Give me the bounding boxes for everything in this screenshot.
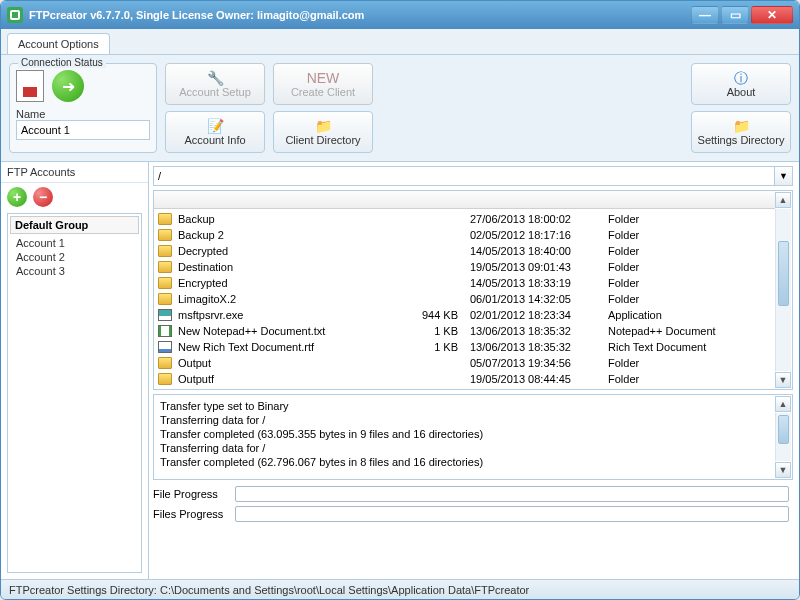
tree-group[interactable]: Default Group [10,216,139,234]
file-date: 13/06/2013 18:35:32 [470,341,602,353]
connect-button[interactable]: ➜ [52,70,84,102]
file-type: Folder [608,213,774,225]
file-name: Encrypted [178,277,408,289]
close-button[interactable]: ✕ [751,6,793,24]
folder-icon [158,213,172,225]
file-type: Folder [608,261,774,273]
file-name: Backup [178,213,408,225]
file-row[interactable]: Outputt21/03/2013 14:27:10Folder [158,387,774,390]
add-account-button[interactable]: + [7,187,27,207]
file-row[interactable]: Destination19/05/2013 09:01:43Folder [158,259,774,275]
path-dropdown-button[interactable]: ▼ [775,166,793,186]
file-name: Outputf [178,373,408,385]
tab-account-options[interactable]: Account Options [7,33,110,54]
scroll-up-icon[interactable]: ▲ [775,192,791,208]
statusbar: FTPcreator Settings Directory: C:\Docume… [1,579,799,599]
folder-icon [158,293,172,305]
transfer-log[interactable]: ▲ ▼ Transfer type set to BinaryTransferr… [153,394,793,480]
scroll-down-icon[interactable]: ▼ [775,462,791,478]
file-type: Folder [608,245,774,257]
info-icon: ⓘ [734,71,748,85]
file-date: 02/05/2012 18:17:16 [470,229,602,241]
file-type: Folder [608,389,774,390]
file-name: Decrypted [178,245,408,257]
file-date: 14/05/2013 18:33:19 [470,277,602,289]
file-row[interactable]: Backup 202/05/2012 18:17:16Folder [158,227,774,243]
file-date: 13/06/2013 18:35:32 [470,325,602,337]
folder-icon [158,229,172,241]
file-row[interactable]: msftpsrvr.exe944 KB02/01/2012 18:23:34Ap… [158,307,774,323]
account-info-button[interactable]: 📝 Account Info [165,111,265,153]
right-pane: ▼ ▲ ▼ Backup27/06/2013 18:00:02FolderBac… [149,162,799,579]
file-date: 27/06/2013 18:00:02 [470,213,602,225]
account-tree[interactable]: Default Group Account 1Account 2Account … [7,213,142,573]
window-title: FTPcreator v6.7.7.0, Single License Owne… [29,9,364,21]
about-button[interactable]: ⓘ About [691,63,791,105]
file-date: 14/05/2013 18:40:00 [470,245,602,257]
file-row[interactable]: New Notepad++ Document.txt1 KB13/06/2013… [158,323,774,339]
statusbar-text: FTPcreator Settings Directory: C:\Docume… [9,584,529,596]
server-icon [16,70,44,102]
titlebar[interactable]: FTPcreator v6.7.7.0, Single License Owne… [1,1,799,29]
account-item[interactable]: Account 2 [10,250,139,264]
ftp-accounts-header: FTP Accounts [1,162,148,183]
file-progress-bar [235,486,789,502]
file-size: 944 KB [414,309,464,321]
client-directory-button[interactable]: 📁 Client Directory [273,111,373,153]
settings-directory-button[interactable]: 📁 Settings Directory [691,111,791,153]
account-setup-button[interactable]: 🔧 Account Setup [165,63,265,105]
files-progress-label: Files Progress [153,508,229,520]
account-item[interactable]: Account 3 [10,264,139,278]
log-line: Transfer type set to Binary [160,399,774,413]
remove-account-button[interactable]: − [33,187,53,207]
file-name: New Rich Text Document.rtf [178,341,408,353]
file-list-header[interactable] [154,191,775,209]
scroll-up-icon[interactable]: ▲ [775,396,791,412]
remote-file-list[interactable]: ▲ ▼ Backup27/06/2013 18:00:02FolderBacku… [153,190,793,390]
remote-path-input[interactable] [153,166,775,186]
file-date: 19/05/2013 08:44:45 [470,373,602,385]
file-row[interactable]: Decrypted14/05/2013 18:40:00Folder [158,243,774,259]
file-row[interactable]: Output05/07/2013 19:34:56Folder [158,355,774,371]
folder-icon [158,277,172,289]
file-row[interactable]: Encrypted14/05/2013 18:33:19Folder [158,275,774,291]
file-type: Folder [608,357,774,369]
txt-icon [158,325,172,337]
maximize-button[interactable]: ▭ [721,6,749,24]
file-size: 1 KB [414,325,464,337]
log-line: Transfer completed (63.095.355 bytes in … [160,427,774,441]
progress-area: File Progress Files Progress [153,484,793,526]
log-line: Transferring data for / [160,413,774,427]
minimize-button[interactable]: — [691,6,719,24]
account-name-label: Name [16,108,150,120]
left-pane: FTP Accounts + − Default Group Account 1… [1,162,149,579]
folder-icon: 📁 [315,119,332,133]
folder-icon: 📁 [733,119,750,133]
create-client-button[interactable]: NEW Create Client [273,63,373,105]
file-type: Folder [608,277,774,289]
file-type: Notepad++ Document [608,325,774,337]
file-type: Application [608,309,774,321]
file-type: Folder [608,373,774,385]
folder-icon [158,389,172,390]
file-date: 06/01/2013 14:32:05 [470,293,602,305]
scrollbar-thumb[interactable] [778,415,789,444]
scrollbar-thumb[interactable] [778,241,789,306]
info-card-icon: 📝 [207,119,224,133]
folder-icon [158,245,172,257]
scroll-down-icon[interactable]: ▼ [775,372,791,388]
files-progress-bar [235,506,789,522]
account-name-input[interactable] [16,120,150,140]
toolbar: Connection Status ➜ Name 🔧 Account Setup… [1,55,799,162]
folder-icon [158,357,172,369]
file-type: Rich Text Document [608,341,774,353]
file-name: LimagitoX.2 [178,293,408,305]
account-item[interactable]: Account 1 [10,236,139,250]
file-row[interactable]: LimagitoX.206/01/2013 14:32:05Folder [158,291,774,307]
file-row[interactable]: Outputf19/05/2013 08:44:45Folder [158,371,774,387]
scrollbar-track[interactable] [775,209,791,371]
file-row[interactable]: Backup27/06/2013 18:00:02Folder [158,211,774,227]
file-row[interactable]: New Rich Text Document.rtf1 KB13/06/2013… [158,339,774,355]
scrollbar-track[interactable] [775,413,791,461]
connection-status-group: Connection Status ➜ Name [9,63,157,153]
